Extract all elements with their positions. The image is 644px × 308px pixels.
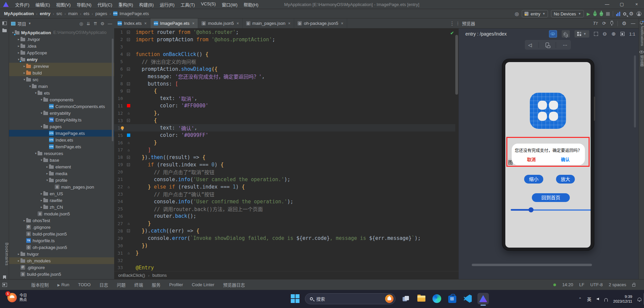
maximize-button[interactable]: ▢: [614, 0, 629, 9]
code-line-6[interactable]: 6− promptAction.showDialog({: [114, 65, 455, 73]
menu-item[interactable]: 构建(B): [136, 0, 156, 9]
cursor-position[interactable]: 14:20: [562, 282, 573, 287]
indent-size[interactable]: 2 spaces: [609, 282, 626, 287]
readonly-lock-icon[interactable]: [632, 284, 635, 287]
menu-item[interactable]: 工具(T): [178, 0, 198, 9]
chevron-down-icon[interactable]: ▾: [34, 152, 38, 155]
code-line-15[interactable]: 15 color: '#0099FF': [114, 132, 455, 139]
code-line-18[interactable]: 18− }).then((result) => {: [114, 154, 455, 161]
project-scrollbar[interactable]: [112, 39, 113, 141]
close-icon[interactable]: ×: [341, 21, 343, 26]
code-line-7[interactable]: 7 message: '您还没有完成支付，确定要返回吗？',: [114, 73, 455, 80]
code-line-21[interactable]: 21 console.info('User canceled the opera…: [114, 176, 455, 183]
tree-item-main-pages-json[interactable]: {}main_pages.json: [9, 184, 114, 190]
tree-item-hvigor[interactable]: ▸hvigor: [9, 251, 114, 257]
file-explorer-button[interactable]: [416, 293, 427, 304]
notifications-tab[interactable]: Notifications: [639, 26, 644, 46]
tree-item--idea[interactable]: ▸.idea: [9, 43, 114, 49]
tree-item-base[interactable]: ▾base: [9, 157, 114, 163]
code-line-14[interactable]: 14 text: '确认',: [114, 124, 455, 132]
chevron-down-icon[interactable]: ▾: [22, 78, 26, 81]
widgets-button[interactable]: 1 今日 热点: [7, 293, 27, 302]
tree-item-src[interactable]: ▾src: [9, 76, 114, 83]
bookmarks-tab[interactable]: Bookmarks: [0, 243, 9, 266]
tool-windows-toggle-icon[interactable]: [2, 283, 7, 287]
chevron-right-icon[interactable]: ▸: [22, 71, 26, 74]
inspect-mode-button[interactable]: [549, 30, 557, 38]
account-avatar[interactable]: [637, 11, 641, 16]
device-selector[interactable]: No Devices ▼: [551, 10, 584, 17]
code-area[interactable]: 1−import router from '@ohos.router';2−im…: [114, 29, 455, 271]
tree-item--hvigor[interactable]: ▸.hvigor: [9, 36, 114, 43]
line-separator[interactable]: LF: [579, 282, 584, 287]
chevron-right-icon[interactable]: ▸: [17, 38, 20, 41]
tree-item-entryability-ts[interactable]: TSEntryAbility.ts: [9, 116, 114, 123]
zoom-in-icon[interactable]: ⊕: [611, 31, 616, 37]
font-size-icon[interactable]: TT: [593, 21, 598, 26]
status-item-code-linter[interactable]: Code Linter: [192, 282, 214, 287]
fold-end-icon[interactable]: ⌂: [128, 141, 130, 145]
fold-icon[interactable]: −: [127, 53, 130, 56]
tree-item-zh-cn[interactable]: ▸zh_CN: [9, 204, 114, 210]
zoom-ratio-label[interactable]: 1:1: [629, 32, 635, 37]
chevron-right-icon[interactable]: ▸: [17, 51, 20, 54]
tree-item--preview[interactable]: ▸.preview: [9, 63, 114, 69]
status-item-run[interactable]: ▶Run: [57, 282, 70, 287]
chevron-right-icon[interactable]: ▸: [17, 44, 20, 48]
chevron-down-icon[interactable]: ▼: [28, 22, 31, 25]
close-icon[interactable]: ×: [288, 21, 290, 26]
fold-end-icon[interactable]: ⌂: [128, 148, 130, 152]
start-button[interactable]: [291, 294, 300, 303]
status-item-终端[interactable]: 终端: [134, 281, 143, 288]
tree-item-hvigorfile-ts[interactable]: TShvigorfile.ts: [9, 237, 114, 244]
menu-item[interactable]: 重构(R): [115, 0, 136, 9]
profiler-button[interactable]: [616, 12, 620, 16]
fold-icon[interactable]: −: [127, 38, 130, 41]
tree-item-entryability[interactable]: ▾entryability: [9, 110, 114, 116]
tree-item-appscope[interactable]: ▸AppScope: [9, 49, 114, 56]
code-line-2[interactable]: 2−import promptAction from '@ohos.prompt…: [114, 36, 455, 43]
tree-item-resources[interactable]: ▾resources: [9, 150, 114, 157]
project-tool-window-icon[interactable]: [2, 21, 7, 25]
breadcrumb-function[interactable]: onBackClick(): [118, 273, 145, 278]
tree-item-myapplication[interactable]: ▾MyApplicationE:\HarmonyOS\MyApplicatio: [9, 29, 114, 36]
code-line-16[interactable]: 16⌂ }: [114, 139, 455, 146]
tree-item-index-ets[interactable]: ETSIndex.ets: [9, 137, 114, 143]
module-selector[interactable]: entry ▼: [522, 10, 548, 17]
tree-item-imagepage-ets[interactable]: ETSImagePage.ets: [9, 130, 114, 137]
code-line-30[interactable]: 30 }): [114, 242, 455, 249]
tree-item-profile[interactable]: ▾profile: [9, 177, 114, 184]
breadcrumb-item[interactable]: pages: [95, 11, 107, 16]
code-line-22[interactable]: 22⌂ } else if (result.index === 1) {: [114, 183, 455, 191]
chevron-down-icon[interactable]: ▾: [40, 125, 43, 128]
menu-item[interactable]: 窗口(W): [219, 0, 241, 9]
tree-item-entry[interactable]: ▾entry: [9, 56, 114, 63]
code-line-26[interactable]: 26 router.back();: [114, 212, 455, 220]
plugin-icon[interactable]: [610, 21, 613, 24]
tree-item-module-json5[interactable]: {}module.json5: [9, 210, 114, 217]
code-line-1[interactable]: 1−import router from '@ohos.router';: [114, 29, 455, 36]
fold-icon[interactable]: −: [127, 82, 130, 85]
debug-button[interactable]: [593, 12, 597, 16]
status-item-问题[interactable]: 问题: [117, 281, 126, 288]
fold-icon[interactable]: −: [127, 119, 130, 122]
chevron-down-icon[interactable]: ▾: [40, 111, 43, 115]
tree-item-en-us[interactable]: ▸en_US: [9, 190, 114, 197]
color-swatch-icon[interactable]: [127, 134, 130, 137]
code-line-5[interactable]: 5 // 弹出自定义的询问框: [114, 58, 455, 65]
breadcrumb-item[interactable]: entry: [40, 11, 51, 16]
refresh-icon[interactable]: ⟳: [602, 21, 606, 26]
menu-item[interactable]: 导航(N): [74, 0, 94, 9]
tree-item-pages[interactable]: ▾pages: [9, 123, 114, 130]
fold-icon[interactable]: −: [127, 229, 130, 233]
breadcrumb-item[interactable]: MyApplication: [4, 11, 34, 16]
code-line-28[interactable]: 28− }).catch((err) => {: [114, 227, 455, 235]
code-line-29[interactable]: 29 console.error(`Invoke showDialog fail…: [114, 235, 455, 242]
edge-browser-button[interactable]: [431, 293, 443, 304]
editor-scrollbar[interactable]: [455, 35, 458, 95]
search-everywhere-button[interactable]: [623, 12, 626, 15]
code-line-9[interactable]: 9− {: [114, 88, 455, 95]
bookmark-flag-icon[interactable]: [3, 275, 6, 279]
fit-screen-icon[interactable]: [620, 32, 625, 36]
breadcrumb-item[interactable]: main: [68, 11, 78, 16]
